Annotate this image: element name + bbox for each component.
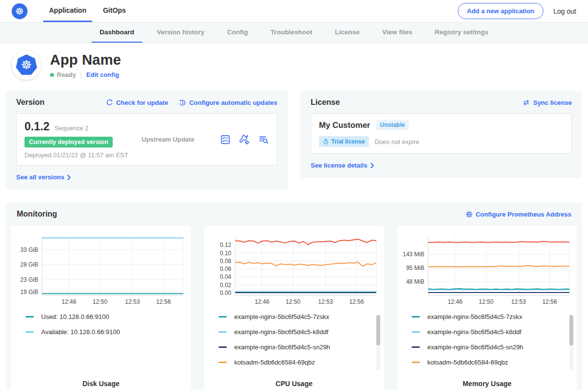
legend-scrollbar[interactable] [569,315,573,370]
legend-item: example-nginx-5bc6f5d4c5-k8ddf [219,328,380,336]
kubernetes-logo-icon[interactable]: ☸ [12,3,27,19]
top-nav-tabs: Application GitOps [43,0,132,22]
license-details-card: My Customer Unstable Trial license Does … [311,113,572,154]
monitoring-section: Monitoring Configure Prometheus Address … [6,202,582,390]
svg-text:☸: ☸ [21,58,32,72]
tab-version-history[interactable]: Version history [149,23,213,43]
svg-text:12:50: 12:50 [286,298,300,305]
deployed-timestamp: Deployed 01/21/22 @ 11:57 am EST [24,151,130,159]
svg-text:19 GiB: 19 GiB [20,289,38,295]
see-all-versions-link[interactable]: See all versions [16,173,71,181]
top-tab-gitops[interactable]: GitOps [97,0,132,22]
legend-item: kotsadm-5db6dc6584-69qbz [412,359,573,366]
customer-name: My Customer [319,121,370,130]
legend-color-dash [219,331,227,333]
page-title: App Name [50,52,121,68]
log-out-button[interactable]: Log out [553,7,576,15]
legend-label: Available: 10.128.0.66:9100 [41,328,120,336]
upstream-update-label: Upstream Update [130,136,220,143]
add-new-application-button[interactable]: Add a new application [458,3,543,19]
legend-label: kotsadm-5db6dc6584-69qbz [234,359,315,366]
cpu-usage-chart: 12:4612:5012:5312:560.000.020.040.060.08… [208,233,380,307]
svg-text:12:56: 12:56 [542,298,557,305]
version-number: 0.1.2 [24,120,49,133]
top-tab-application[interactable]: Application [43,0,92,22]
trial-license-badge: Trial license [319,136,369,147]
tab-registry-settings[interactable]: Registry settings [427,23,496,43]
sync-license-link[interactable]: Sync license [522,99,572,106]
tab-dashboard[interactable]: Dashboard [92,23,142,43]
scrollbar-thumb[interactable] [376,315,380,345]
legend-item: Used: 10.128.0.66:9100 [25,313,187,320]
disk-usage-chart-card: 12:4612:5012:5312:5619 GiB23 GiB28 GiB33… [11,226,191,390]
gear-icon [466,211,473,218]
channel-badge: Unstable [376,120,409,130]
legend-item: Available: 10.128.0.66:9100 [25,328,187,336]
chevron-right-icon [67,174,71,180]
legend-label: example-nginx-5bc6f5d4c5-k8ddf [427,328,521,336]
svg-text:12:46: 12:46 [448,298,463,305]
svg-text:12:50: 12:50 [479,298,493,305]
disk-usage-legend: Used: 10.128.0.66:9100Available: 10.128.… [15,313,187,372]
svg-text:0.00: 0.00 [220,290,232,296]
legend-item: example-nginx-5bc6f5d4c5-sn29h [412,343,573,351]
tab-config[interactable]: Config [219,23,256,43]
svg-text:12:53: 12:53 [125,298,140,305]
svg-text:0.02: 0.02 [220,282,232,289]
tab-license[interactable]: License [327,23,368,43]
check-for-update-link[interactable]: Check for update [106,99,168,106]
stopwatch-icon [323,139,329,145]
top-nav: ☸ Application GitOps Add a new applicati… [0,0,588,23]
legend-color-dash [412,346,420,348]
memory-usage-legend: example-nginx-5bc6f5d4c5-7zskxexample-ng… [401,313,573,372]
chart-title: Disk Usage [15,380,187,388]
preflight-checks-button[interactable] [239,134,250,145]
legend-color-dash [219,346,227,348]
kubernetes-heptagon-icon: ☸ [15,54,38,76]
chart-title: Memory Usage [401,380,573,388]
clock-history-icon [179,99,186,106]
svg-text:12:53: 12:53 [511,298,526,305]
chart-title: CPU Usage [208,380,380,388]
legend-scrollbar[interactable] [376,315,380,370]
edit-config-link[interactable]: Edit config [86,71,119,78]
status-badge: Ready [57,71,76,78]
legend-color-dash [412,331,420,333]
svg-text:23 GiB: 23 GiB [20,276,38,283]
version-card-title: Version [16,98,45,107]
status-dot-icon [50,73,54,77]
configure-automatic-updates-link[interactable]: Configure automatic updates [179,99,277,106]
legend-color-dash [219,316,227,317]
legend-color-dash [25,316,34,317]
license-expiry: Does not expire [375,138,419,146]
memory-usage-chart: 12:4612:5012:5312:5648 MiB95 MiB143 MiB [401,233,573,307]
checklist-icon [220,134,231,145]
svg-text:0.10: 0.10 [220,250,232,257]
sequence-label: Sequence 2 [54,124,88,132]
svg-text:33 GiB: 33 GiB [20,246,38,253]
svg-text:12:50: 12:50 [93,298,107,305]
legend-label: example-nginx-5bc6f5d4c5-7zskx [427,313,522,320]
configure-prometheus-link[interactable]: Configure Prometheus Address [466,211,571,218]
tab-view-files[interactable]: View files [374,23,420,43]
see-license-details-link[interactable]: See license details [311,162,374,169]
svg-text:0.08: 0.08 [220,258,232,265]
tab-troubleshoot[interactable]: Troubleshoot [263,23,320,43]
svg-text:0.12: 0.12 [220,242,232,248]
current-version-card: 0.1.2 Sequence 2 Currently deployed vers… [16,113,277,166]
monitoring-title: Monitoring [17,210,57,219]
legend-color-dash [412,316,420,317]
release-notes-button[interactable] [220,134,231,145]
legend-item: example-nginx-5bc6f5d4c5-k8ddf [412,328,573,336]
scrollbar-thumb[interactable] [569,315,573,345]
svg-text:48 MiB: 48 MiB [406,278,424,285]
logs-magnifier-icon [258,134,269,145]
legend-label: Used: 10.128.0.66:9100 [41,313,109,320]
cpu-usage-legend: example-nginx-5bc6f5d4c5-7zskxexample-ng… [208,313,380,372]
disk-usage-chart: 12:4612:5012:5312:5619 GiB23 GiB28 GiB33… [15,233,187,307]
svg-text:95 MiB: 95 MiB [406,265,424,271]
chevron-right-icon [370,163,374,169]
svg-text:143 MiB: 143 MiB [403,251,424,258]
view-diff-button[interactable] [258,134,269,145]
legend-label: kotsadm-5db6dc6584-69qbz [427,359,508,366]
